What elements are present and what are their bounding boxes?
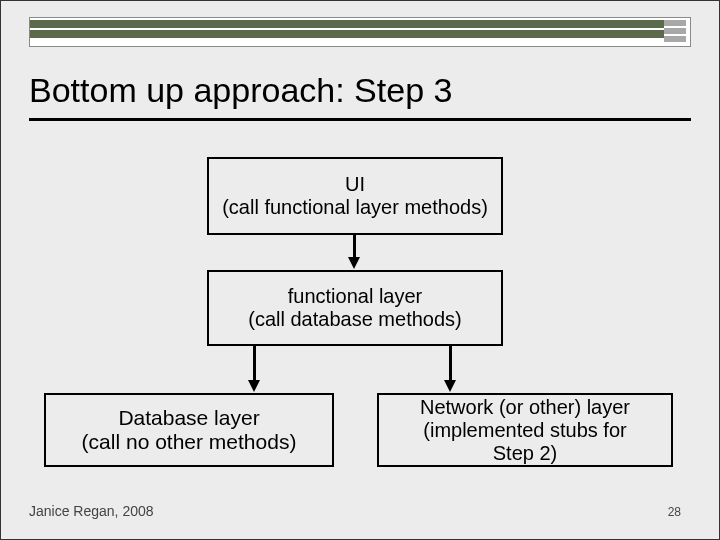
slide-title: Bottom up approach: Step 3 — [29, 71, 691, 121]
box-label: UI — [345, 173, 365, 196]
diagram-box-network: Network (or other) layer (implemented st… — [377, 393, 673, 467]
box-sublabel: Step 2) — [493, 442, 557, 465]
box-label: functional layer — [288, 285, 423, 308]
arrow-down-icon — [444, 380, 456, 392]
box-sublabel: (call database methods) — [248, 308, 461, 331]
arrow-stem — [253, 346, 256, 382]
box-sublabel: (call no other methods) — [82, 430, 297, 454]
arrow-down-icon — [348, 257, 360, 269]
diagram-box-database: Database layer (call no other methods) — [44, 393, 334, 467]
arrow-stem — [353, 235, 356, 259]
box-sublabel: (call functional layer methods) — [222, 196, 488, 219]
box-label: Network (or other) layer — [420, 396, 630, 419]
decorative-top-bar — [29, 17, 691, 47]
footer-author: Janice Regan, 2008 — [29, 503, 154, 519]
diagram-box-functional: functional layer (call database methods) — [207, 270, 503, 346]
arrow-stem — [449, 346, 452, 382]
decorative-band — [30, 30, 664, 38]
box-label: Database layer — [118, 406, 259, 430]
footer-page-number: 28 — [668, 505, 681, 519]
decorative-band — [30, 20, 664, 28]
decorative-knobs — [664, 20, 686, 44]
diagram-box-ui: UI (call functional layer methods) — [207, 157, 503, 235]
box-sublabel: (implemented stubs for — [423, 419, 626, 442]
arrow-down-icon — [248, 380, 260, 392]
slide: Bottom up approach: Step 3 UI (call func… — [0, 0, 720, 540]
